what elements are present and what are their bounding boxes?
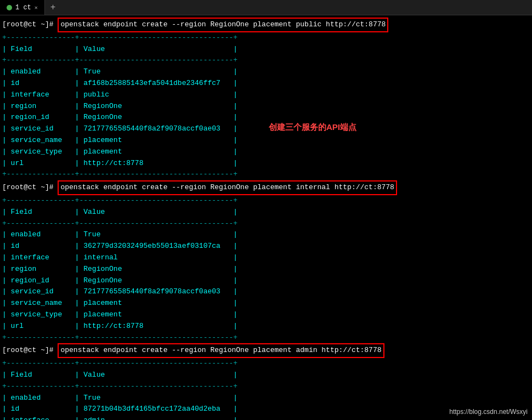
table-sep: +----------------+----------------------…	[0, 55, 532, 66]
table-top-sep: +----------------+----------------------…	[0, 32, 532, 44]
table-row: | enabled | True |	[0, 229, 532, 241]
table-row: | service_id | 72177765585440f8a2f9078ac…	[0, 286, 532, 298]
prompt-line-1: [root@ct ~]# openstack endpoint create -…	[0, 18, 532, 32]
table-row: | service_id | 72177765585440f8a2f9078ac…	[0, 123, 532, 135]
table-row: | region_id | RegionOne |	[0, 275, 532, 287]
table-row: | Field | Value |	[0, 370, 532, 381]
tab-label: 1 ct	[15, 4, 31, 12]
table-top-sep: +----------------+----------------------…	[0, 195, 532, 207]
table-row: | Field | Value |	[0, 44, 532, 55]
table-row: | service_type | placement |	[0, 309, 532, 321]
tab-bar: 1 ct ✕ +	[0, 0, 532, 15]
annotation-text: 创建三个服务的API端点	[269, 122, 356, 133]
table-sep: +----------------+----------------------…	[0, 381, 532, 393]
table-row: | url | http://ct:8778 |	[0, 158, 532, 169]
table-row: | service_name | placement |	[0, 135, 532, 146]
table-row: | id | 362779d32032495eb55013aef03107ca …	[0, 241, 532, 252]
table-row: | service_name | placement |	[0, 298, 532, 309]
table-row: | interface | public |	[0, 89, 532, 101]
table-sep: +----------------+----------------------…	[0, 218, 532, 230]
table-row: | region | RegionOne |	[0, 264, 532, 275]
terminal-content: [root@ct ~]# openstack endpoint create -…	[0, 15, 532, 420]
table-row: | id | af168b25885143efa5041dbe2346ffc7 …	[0, 78, 532, 89]
table-row: | region_id | RegionOne |	[0, 112, 532, 123]
table-row: | region | RegionOne |	[0, 101, 532, 112]
prompt-line-3: [root@ct ~]# openstack endpoint create -…	[0, 343, 532, 358]
table-top-sep: +----------------+----------------------…	[0, 358, 532, 370]
tab-close-button[interactable]: ✕	[35, 4, 38, 11]
table-row: | enabled | True |	[0, 66, 532, 78]
prompt-line-2: [root@ct ~]# openstack endpoint create -…	[0, 180, 532, 195]
new-tab-button[interactable]: +	[45, 0, 61, 15]
tab-1ct[interactable]: 1 ct ✕	[0, 0, 45, 15]
table-bot-sep: +----------------+----------------------…	[0, 332, 532, 344]
table-row: | interface | internal |	[0, 252, 532, 264]
watermark: https://blog.csdn.net/Wsxyi	[449, 408, 528, 416]
table-row: | Field | Value |	[0, 207, 532, 218]
table-row: | enabled | True |	[0, 393, 532, 404]
table-bot-sep: +----------------+----------------------…	[0, 169, 532, 180]
tab-status-dot	[7, 5, 12, 10]
table-row: | service_type | placement |	[0, 146, 532, 158]
table-row: | interface | admin |	[0, 415, 532, 420]
table-row: | url | http://ct:8778 |	[0, 321, 532, 332]
